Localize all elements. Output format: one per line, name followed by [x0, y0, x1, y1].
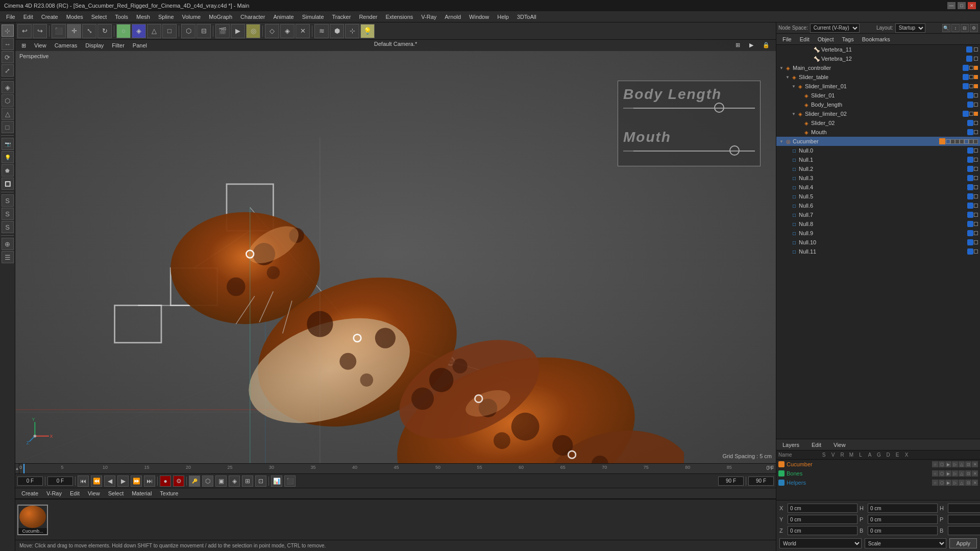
- layer-icon-h7[interactable]: ✕: [972, 480, 978, 486]
- layer-icon-b4[interactable]: ▷: [952, 470, 958, 477]
- icon-point[interactable]: ◈: [132, 24, 146, 38]
- cucumber-vis7[interactable]: [973, 139, 978, 144]
- tree-vis-vertebra12[interactable]: [974, 57, 978, 61]
- menu-3dtoall[interactable]: 3DToAll: [513, 13, 541, 21]
- tree-vis-null2[interactable]: [974, 167, 978, 171]
- coord-p-input[interactable]: [868, 515, 938, 524]
- tree-vis-slider-table[interactable]: [969, 75, 973, 79]
- icon-render[interactable]: ▶: [231, 24, 245, 38]
- tree-vis-null4[interactable]: [974, 185, 978, 189]
- layers-menu-view[interactable]: View: [829, 441, 850, 449]
- close-button[interactable]: ✕: [968, 2, 976, 9]
- tree-vis-null5[interactable]: [974, 194, 978, 198]
- right-menu-edit[interactable]: Edit: [796, 35, 814, 43]
- apply-button[interactable]: Apply: [949, 538, 977, 548]
- menu-window[interactable]: Window: [465, 13, 493, 21]
- tree-item-slider01[interactable]: ◈ Slider_01: [776, 91, 980, 100]
- mat-menu-select[interactable]: Select: [104, 489, 128, 497]
- tree-arrow-slider-limiter01[interactable]: ▼: [791, 84, 797, 89]
- tool-scale[interactable]: ⤢: [2, 64, 14, 77]
- tree-item-null6[interactable]: □ Null.6: [776, 201, 980, 210]
- menu-mograph[interactable]: MoGraph: [205, 13, 236, 21]
- sort-icon[interactable]: ↕: [951, 24, 960, 32]
- tree-vis-null9[interactable]: [974, 231, 978, 235]
- tree-item-null10[interactable]: □ Null.10: [776, 238, 980, 247]
- vp-menu-panel[interactable]: Panel: [129, 41, 151, 49]
- tool-polygon-mode[interactable]: □: [2, 121, 14, 133]
- tree-vis-null1[interactable]: [974, 158, 978, 162]
- tree-vis-null7[interactable]: [974, 213, 978, 217]
- tree-item-slider-limiter02[interactable]: ▼ ◈ Slider_limiter_02: [776, 109, 980, 118]
- coord-z-input[interactable]: [788, 526, 857, 535]
- tool-4[interactable]: 🔳: [2, 178, 14, 190]
- layer-icon-b1[interactable]: ○: [932, 470, 938, 477]
- layer-icon-s3[interactable]: ▶: [945, 461, 951, 467]
- tree-vis-null8[interactable]: [974, 222, 978, 226]
- layer-icon-h6[interactable]: ⊡: [965, 480, 971, 486]
- timeline-playhead[interactable]: [23, 464, 24, 473]
- transport-record-settings[interactable]: ⚙: [173, 475, 184, 487]
- transport-prev-frame[interactable]: ⏪: [91, 475, 102, 487]
- cucumber-vis5[interactable]: [964, 139, 969, 144]
- tree-item-slider-limiter01[interactable]: ▼ ◈ Slider_limiter_01: [776, 82, 980, 91]
- tool-1[interactable]: 📷: [2, 138, 14, 150]
- tree-arrow-slider-table[interactable]: ▼: [785, 75, 791, 80]
- layer-icon-b2[interactable]: ⬡: [939, 470, 945, 477]
- tree-item-slider02[interactable]: ◈ Slider_02: [776, 118, 980, 128]
- layer-icon-b7[interactable]: ✕: [972, 470, 978, 477]
- menu-file[interactable]: File: [2, 13, 19, 21]
- tree-vis-vertebra11[interactable]: [974, 47, 978, 52]
- sea-cucumber-model[interactable]: [31, 91, 684, 463]
- transport-dope[interactable]: ⬛: [284, 475, 296, 487]
- coord-scale-h-input[interactable]: [948, 504, 980, 513]
- mat-menu-texture[interactable]: Texture: [156, 489, 182, 497]
- transport-key-2[interactable]: ⬡: [202, 475, 213, 487]
- tree-item-null9[interactable]: □ Null.9: [776, 229, 980, 238]
- coord-b-input[interactable]: [868, 526, 938, 535]
- icon-render-view[interactable]: 🎬: [215, 24, 230, 38]
- node-space-select[interactable]: Current (V-Ray): [810, 23, 860, 33]
- icon-snap[interactable]: ⊹: [345, 24, 359, 38]
- layer-icon-h2[interactable]: ⬡: [939, 480, 945, 486]
- layer-row-cucumber[interactable]: Cucumber ○ ⬡ ▶ ▷ △ ⊡ ✕: [776, 460, 980, 469]
- vp-menu-filter[interactable]: Filter: [108, 41, 128, 49]
- coord-y-input[interactable]: [788, 515, 857, 524]
- icon-move[interactable]: ✛: [67, 24, 81, 38]
- icon-object[interactable]: ○: [116, 24, 131, 38]
- tree-item-null11[interactable]: □ Null.11: [776, 247, 980, 256]
- layer-icon-s7[interactable]: ✕: [972, 461, 978, 467]
- mat-menu-material[interactable]: Material: [128, 489, 156, 497]
- tool-paint[interactable]: ⊕: [2, 238, 14, 250]
- coord-scale-p-input[interactable]: [948, 515, 980, 524]
- tree-item-null0[interactable]: □ Null.0: [776, 146, 980, 155]
- tree-vis-null11[interactable]: [974, 249, 978, 254]
- cucumber-vis3[interactable]: [955, 139, 960, 144]
- tree-vis-body-length[interactable]: [974, 103, 978, 107]
- icon-live-select[interactable]: ⬛: [52, 24, 66, 38]
- mouth-handle[interactable]: [729, 145, 740, 156]
- tool-point-mode[interactable]: ⬡: [2, 94, 14, 107]
- cucumber-vis4[interactable]: [960, 139, 964, 144]
- tree-item-null2[interactable]: □ Null.2: [776, 164, 980, 173]
- layer-row-bones[interactable]: Bones ○ ⬡ ▶ ▷ △ ⊡ ✕: [776, 469, 980, 478]
- layers-menu-edit[interactable]: Edit: [807, 441, 825, 449]
- search-icon[interactable]: 🔍: [942, 24, 950, 32]
- end-frame-input[interactable]: [718, 477, 744, 486]
- transport-play-forward-fast[interactable]: ⏩: [131, 475, 142, 487]
- tool-edge-mode[interactable]: △: [2, 108, 14, 120]
- tree-item-slider-table[interactable]: ▼ ◈ Slider_table: [776, 72, 980, 82]
- vp-menu-grid[interactable]: ⊞: [17, 41, 30, 50]
- transport-key-1[interactable]: 🔑: [189, 475, 200, 487]
- transport-key-5[interactable]: ⊞: [242, 475, 253, 487]
- menu-extensions[interactable]: Extensions: [381, 13, 417, 21]
- icon-param[interactable]: ⊟: [197, 24, 211, 38]
- menu-character[interactable]: Character: [236, 13, 269, 21]
- vp-icon-lock[interactable]: 🔒: [758, 41, 774, 49]
- tree-item-vertebra11[interactable]: 🦴 Vertebra_11: [776, 45, 980, 54]
- menu-tracker[interactable]: Tracker: [328, 13, 355, 21]
- right-menu-tags[interactable]: Tags: [838, 35, 858, 43]
- tree-item-null1[interactable]: □ Null.1: [776, 155, 980, 164]
- layer-icon-s2[interactable]: ⬡: [939, 461, 945, 467]
- tool-s3[interactable]: S: [2, 221, 14, 233]
- icon-scale[interactable]: ⤡: [82, 24, 96, 38]
